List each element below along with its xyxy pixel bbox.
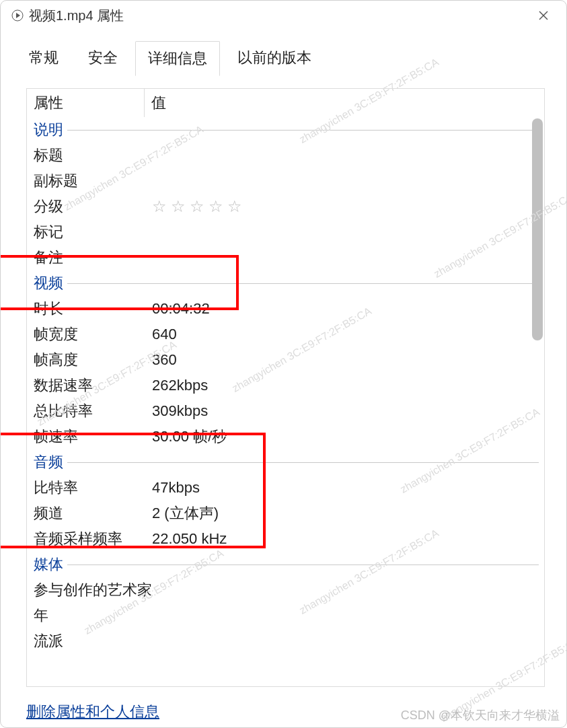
section-description: 说明 <box>32 117 539 143</box>
close-button[interactable] <box>531 3 556 28</box>
section-label: 媒体 <box>32 554 67 575</box>
tab-general[interactable]: 常规 <box>17 41 71 76</box>
prop-value: 640 <box>152 326 539 343</box>
properties-window: 视频1.mp4 属性 常规 安全 详细信息 以前的版本 属性 值 说明 <box>0 0 567 728</box>
prop-label: 标记 <box>32 222 152 242</box>
prop-label: 副标题 <box>32 171 152 191</box>
prop-label: 标题 <box>32 145 152 166</box>
prop-label: 参与创作的艺术家 <box>32 580 152 600</box>
prop-value: 2 (立体声) <box>152 503 539 523</box>
row-length[interactable]: 时长 00:04:32 <box>32 296 539 322</box>
header-property[interactable]: 属性 <box>27 89 145 117</box>
video-file-icon <box>11 9 24 22</box>
column-headers: 属性 值 <box>27 89 544 117</box>
prop-value: 360 <box>152 351 539 369</box>
prop-label: 备注 <box>32 248 152 268</box>
prop-value: 30.00 帧/秒 <box>152 427 539 447</box>
tab-previous-versions[interactable]: 以前的版本 <box>225 41 324 76</box>
prop-label: 年 <box>32 606 152 626</box>
row-title[interactable]: 标题 <box>32 143 539 168</box>
prop-value: 22.050 kHz <box>152 530 539 548</box>
row-total-bitrate[interactable]: 总比特率 309kbps <box>32 398 539 424</box>
tab-strip: 常规 安全 详细信息 以前的版本 <box>1 30 566 76</box>
prop-label: 时长 <box>32 299 152 319</box>
titlebar: 视频1.mp4 属性 <box>1 1 566 30</box>
header-value[interactable]: 值 <box>145 89 544 117</box>
row-tags[interactable]: 标记 <box>32 219 539 245</box>
section-label: 视频 <box>32 273 67 293</box>
vertical-scrollbar[interactable] <box>532 118 543 340</box>
row-channels[interactable]: 频道 2 (立体声) <box>32 501 539 526</box>
table-body[interactable]: 说明 标题 副标题 分级 ☆☆☆☆☆ 标记 <box>27 117 544 686</box>
row-frame-height[interactable]: 帧高度 360 <box>32 347 539 373</box>
section-divider <box>67 283 539 284</box>
tab-details[interactable]: 详细信息 <box>135 41 220 76</box>
section-video: 视频 <box>32 270 539 296</box>
rating-stars[interactable]: ☆☆☆☆☆ <box>152 197 539 216</box>
section-media: 媒体 <box>32 552 539 577</box>
remove-properties-link[interactable]: 删除属性和个人信息 <box>26 702 159 722</box>
row-audio-bitrate[interactable]: 比特率 47kbps <box>32 475 539 501</box>
row-year[interactable]: 年 <box>32 603 539 628</box>
row-frame-width[interactable]: 帧宽度 640 <box>32 322 539 347</box>
prop-label: 数据速率 <box>32 375 152 396</box>
prop-label: 流派 <box>32 631 152 651</box>
row-frame-rate[interactable]: 帧速率 30.00 帧/秒 <box>32 424 539 449</box>
row-subtitle[interactable]: 副标题 <box>32 168 539 194</box>
prop-label: 帧宽度 <box>32 324 152 344</box>
prop-label: 总比特率 <box>32 401 152 421</box>
prop-label: 音频采样频率 <box>32 529 152 549</box>
prop-value: 262kbps <box>152 377 539 394</box>
prop-value: 00:04:32 <box>152 300 539 318</box>
prop-value: 309kbps <box>152 402 539 420</box>
section-label: 音频 <box>32 452 67 472</box>
prop-label: 帧高度 <box>32 350 152 370</box>
tab-security[interactable]: 安全 <box>76 41 130 76</box>
row-rating[interactable]: 分级 ☆☆☆☆☆ <box>32 194 539 219</box>
row-artist[interactable]: 参与创作的艺术家 <box>32 577 539 603</box>
section-divider <box>67 130 539 131</box>
prop-label: 比特率 <box>32 478 152 498</box>
window-title: 视频1.mp4 属性 <box>29 7 124 25</box>
section-audio: 音频 <box>32 449 539 475</box>
row-data-rate[interactable]: 数据速率 262kbps <box>32 373 539 398</box>
section-divider <box>67 565 539 565</box>
section-divider <box>67 462 539 463</box>
prop-label: 帧速率 <box>32 427 152 447</box>
row-genre[interactable]: 流派 <box>32 628 539 654</box>
details-list: 属性 值 说明 标题 副标题 分级 ☆☆☆ <box>26 88 545 687</box>
section-label: 说明 <box>32 120 67 140</box>
prop-label: 频道 <box>32 503 152 523</box>
prop-label: 分级 <box>32 196 152 217</box>
row-comments[interactable]: 备注 <box>32 245 539 270</box>
prop-value: 47kbps <box>152 479 539 497</box>
content-area: 属性 值 说明 标题 副标题 分级 ☆☆☆ <box>1 76 566 727</box>
row-sample-rate[interactable]: 音频采样频率 22.050 kHz <box>32 526 539 552</box>
